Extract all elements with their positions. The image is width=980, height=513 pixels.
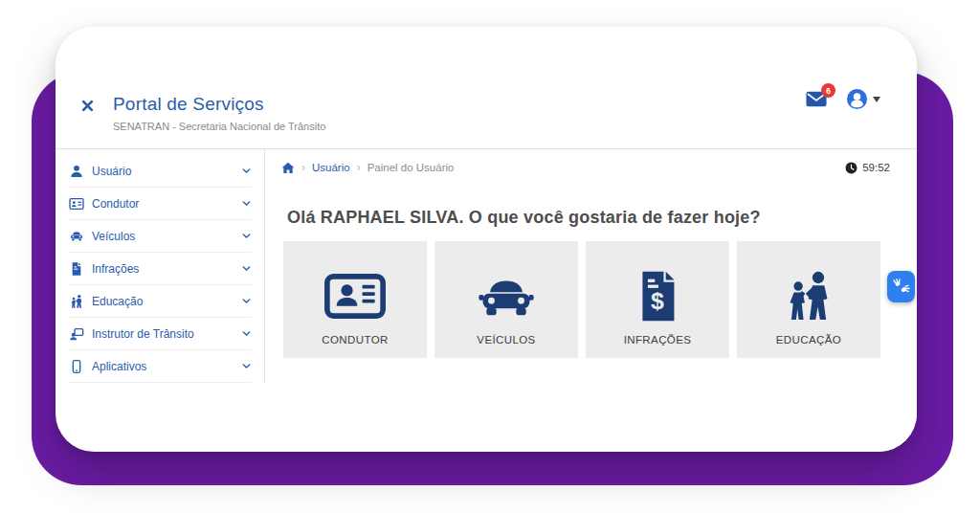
card-infracoes[interactable]: $ INFRAÇÕES	[586, 241, 729, 358]
card-veiculos[interactable]: VEÍCULOS	[434, 241, 578, 358]
sidebar-item-instrutor[interactable]: Instrutor de Trânsito	[68, 318, 252, 350]
instructor-icon	[68, 325, 84, 342]
family-icon	[68, 293, 84, 309]
sidebar-item-label: Condutor	[92, 197, 241, 211]
svg-text:$: $	[651, 288, 664, 314]
sidebar-item-aplicativos[interactable]: Aplicativos	[68, 350, 252, 383]
home-icon[interactable]	[281, 162, 295, 174]
car-icon	[68, 228, 84, 244]
breadcrumb-link-usuario[interactable]: Usuário	[312, 162, 350, 173]
document-icon	[68, 260, 84, 277]
messages-badge: 6	[821, 83, 835, 98]
sidebar-item-label: Instrutor de Trânsito	[92, 327, 241, 341]
sign-language-hands-icon	[892, 278, 910, 296]
chevron-down-icon	[241, 198, 252, 209]
clock-icon	[845, 162, 858, 174]
id-card-icon	[324, 257, 386, 334]
breadcrumb-separator: ›	[301, 161, 305, 174]
page-title: Portal de Serviços	[113, 94, 325, 115]
card-label: CONDUTOR	[322, 334, 388, 346]
sidebar: Usuário Condutor Veículos	[56, 149, 265, 383]
card-label: EDUCAÇÃO	[776, 334, 841, 346]
user-icon	[68, 163, 84, 179]
chevron-down-icon	[241, 361, 252, 371]
breadcrumb: › Usuário › Painel do Usuário	[281, 161, 454, 174]
card-educacao[interactable]: EDUCAÇÃO	[737, 241, 880, 358]
invoice-dollar-icon: $	[636, 257, 679, 334]
sidebar-item-label: Infrações	[92, 262, 241, 276]
messages-button[interactable]: 6	[806, 91, 827, 107]
sidebar-item-label: Aplicativos	[92, 360, 241, 373]
card-condutor[interactable]: CONDUTOR	[283, 241, 427, 358]
menu-close-icon[interactable]	[81, 100, 97, 115]
breadcrumb-row: › Usuário › Painel do Usuário 59:52	[266, 149, 917, 174]
chevron-down-icon	[241, 328, 252, 339]
timer-value: 59:52	[862, 162, 890, 173]
breadcrumb-separator: ›	[357, 161, 361, 174]
card-label: INFRAÇÕES	[624, 334, 692, 346]
chevron-down-icon	[241, 296, 252, 306]
vlibras-button[interactable]	[887, 271, 915, 302]
sidebar-item-infracoes[interactable]: Infrações	[68, 253, 252, 285]
card-label: VEÍCULOS	[477, 334, 535, 346]
app-window: Portal de Serviços SENATRAN - Secretaria…	[56, 27, 917, 452]
user-avatar-icon	[846, 88, 868, 110]
header: Portal de Serviços SENATRAN - Secretaria…	[56, 27, 917, 148]
chevron-down-icon	[873, 97, 880, 102]
breadcrumb-current: Painel do Usuário	[368, 162, 455, 173]
action-cards: CONDUTOR VEÍCULOS $ INFRAÇÕES EDUCAÇÃO	[283, 241, 917, 358]
sidebar-item-educacao[interactable]: Educação	[68, 285, 252, 318]
sidebar-item-usuario[interactable]: Usuário	[68, 155, 252, 188]
id-card-icon	[68, 195, 84, 212]
chevron-down-icon	[241, 231, 252, 241]
car-icon	[476, 257, 537, 334]
sidebar-item-label: Usuário	[92, 165, 241, 178]
brand: Portal de Serviços SENATRAN - Secretaria…	[113, 94, 325, 132]
mobile-icon	[68, 358, 84, 374]
main-content: › Usuário › Painel do Usuário 59:52 Olá …	[266, 149, 917, 452]
sidebar-item-label: Educação	[92, 295, 241, 308]
sidebar-item-label: Veículos	[92, 230, 241, 243]
chevron-down-icon	[241, 166, 252, 176]
page-subtitle: SENATRAN - Secretaria Nacional de Trânsi…	[113, 121, 325, 132]
sidebar-item-condutor[interactable]: Condutor	[68, 188, 252, 220]
session-timer: 59:52	[845, 162, 890, 174]
chevron-down-icon	[241, 263, 252, 274]
greeting-heading: Olá RAPHAEL SILVA. O que você gostaria d…	[287, 208, 917, 228]
family-crossing-icon	[781, 257, 836, 334]
header-actions: 6	[806, 88, 880, 110]
sidebar-item-veiculos[interactable]: Veículos	[68, 220, 252, 253]
user-menu-button[interactable]	[846, 88, 880, 110]
